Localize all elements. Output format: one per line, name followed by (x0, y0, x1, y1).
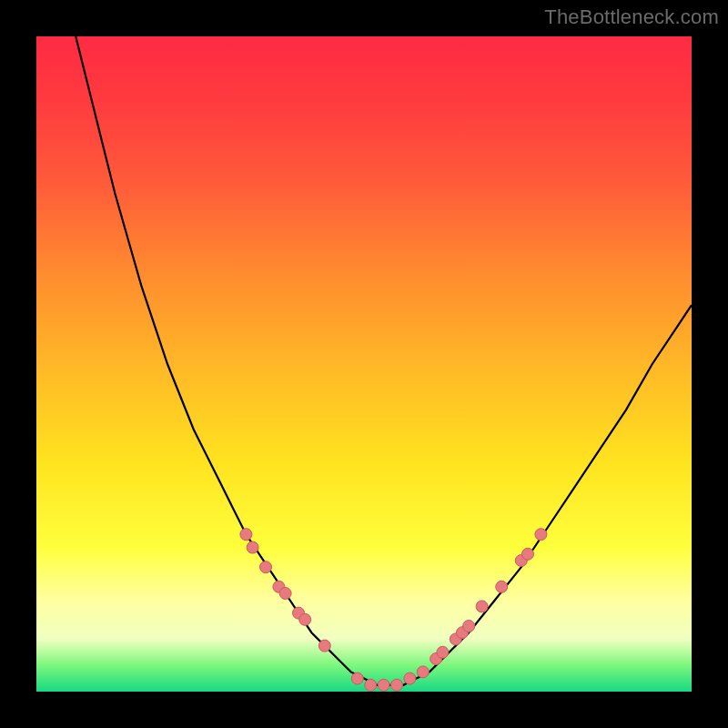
curve-marker (463, 621, 475, 632)
plot-area (36, 36, 692, 692)
chart-frame: TheBottleneck.com (0, 0, 728, 728)
curve-marker (522, 548, 534, 560)
curve-marker (404, 672, 416, 684)
curve-marker (417, 666, 429, 678)
curve-marker (378, 679, 389, 691)
curve-marker (535, 529, 547, 541)
curve-marker (318, 640, 330, 652)
curve-marker (351, 672, 363, 684)
curve-marker (391, 679, 403, 691)
curve-marker (240, 529, 252, 541)
curve-marker (279, 588, 291, 600)
curve-markers (240, 529, 547, 692)
bottleneck-curve (76, 36, 692, 685)
watermark-text: TheBottleneck.com (544, 5, 719, 29)
chart-svg (36, 36, 692, 692)
curve-marker (437, 646, 449, 658)
curve-marker (299, 613, 311, 625)
curve-marker (365, 679, 377, 691)
curve-marker (260, 561, 272, 573)
curve-marker (496, 581, 508, 592)
curve-marker (476, 601, 488, 612)
curve-marker (247, 541, 258, 553)
